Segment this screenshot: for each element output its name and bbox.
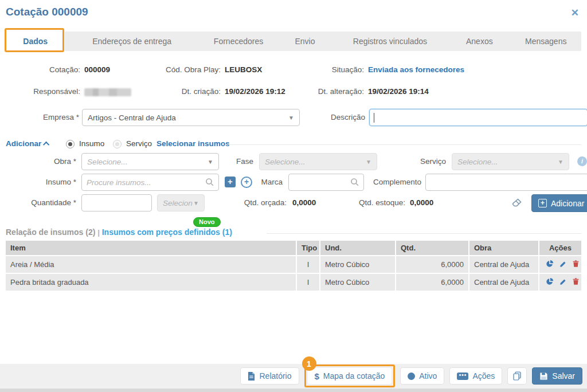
fase-label: Fase (224, 157, 253, 166)
ativo-button[interactable]: Ativo (400, 367, 444, 385)
form-row-insumo: Insumo * + + Marca Complemento (6, 174, 581, 191)
radio-insumo-label: Insumo (79, 139, 104, 148)
cotacao-modal: Cotação 000009 ✕ Dados Endereços de entr… (0, 0, 587, 392)
tab-dados[interactable]: Dados (6, 32, 65, 51)
relacao-insumos-label: Relação de insumos (2) (6, 228, 95, 237)
obra-label: Obra * (6, 157, 76, 166)
form-row-quantidade: Quantidade * Selecione... ▼ Qtd. orçada:… (6, 194, 581, 213)
cell-tipo: I (296, 256, 320, 273)
insumos-table: Item Tipo Und. Qtd. Obra Ações Areia / M… (6, 241, 581, 292)
situacao-value-link[interactable]: Enviada aos fornecedores (368, 65, 464, 74)
delete-icon[interactable] (572, 260, 580, 269)
insumo-search-input[interactable] (81, 174, 219, 191)
col-item: Item (6, 241, 296, 256)
cell-obra: Central de Ajuda (469, 256, 539, 273)
empresa-select[interactable]: Artigos - Central de Ajuda ▼ (82, 109, 300, 126)
divider (226, 144, 581, 145)
annotation-step-badge: 1 (302, 356, 316, 371)
cell-und: Metro Cúbico (320, 273, 396, 291)
info-row-1: Cotação: 000009 Cód. Obra Play: LEUBOSX … (6, 65, 581, 77)
tab-fornecedores[interactable]: Fornecedores (199, 32, 278, 51)
dropdown-caret-icon: ▼ (193, 200, 199, 206)
quantidade-unit-select: Selecione... ▼ (157, 194, 205, 211)
relatorio-label: Relatório (259, 371, 291, 381)
ellipsis-icon: ••• (457, 373, 468, 380)
quantidade-input[interactable] (81, 194, 152, 211)
list-links-row: Relação de insumos (2) | Insumos com pre… (6, 228, 581, 239)
cod-obra-play-value: LEUBOSX (225, 65, 262, 74)
dropdown-caret-icon: ▼ (208, 159, 213, 165)
cell-obra: Central de Ajuda (469, 273, 539, 291)
pie-chart-icon[interactable] (546, 277, 554, 287)
dt-alteracao-label: Dt. alteração: (304, 87, 364, 96)
selecionar-insumos-link[interactable]: Selecionar insumos (156, 139, 230, 148)
close-icon[interactable]: ✕ (571, 7, 579, 19)
dt-criacao-label: Dt. criação: (146, 87, 221, 96)
adicionar-item-label: Adicionar (551, 199, 584, 208)
info-icon[interactable]: i (577, 156, 587, 166)
cod-obra-play-label: Cód. Obra Play: (146, 65, 221, 74)
text-cursor (374, 113, 374, 123)
quantidade-label: Quantidade * (6, 198, 76, 207)
search-icon (205, 178, 214, 187)
quantidade-unit-placeholder: Selecione... (163, 199, 193, 207)
edit-icon[interactable] (559, 260, 567, 269)
pie-chart-icon[interactable] (546, 260, 554, 269)
eraser-icon[interactable] (511, 197, 523, 210)
tab-envio[interactable]: Envio (278, 32, 331, 51)
cell-qtd: 6,0000 (396, 256, 469, 273)
servico-select: Selecione... ▼ (452, 153, 569, 170)
servico-placeholder: Selecione... (457, 158, 498, 166)
table-row: Pedra britada graduada I Metro Cúbico 6,… (6, 273, 581, 291)
page-title: Cotação 000009 (6, 6, 88, 18)
insumo-label: Insumo * (6, 178, 76, 186)
salvar-button[interactable]: Salvar (532, 367, 582, 385)
tab-anexos[interactable]: Anexos (448, 32, 510, 51)
fase-select: Selecione... ▼ (259, 153, 377, 170)
report-icon (248, 372, 255, 381)
marca-search (288, 174, 364, 191)
info-row-2: Responsável: Dt. criação: 19/02/2026 19:… (6, 87, 581, 99)
responsavel-value-redacted (84, 88, 131, 96)
adicionar-item-button[interactable]: + Adicionar (531, 194, 587, 212)
dt-criacao-value: 19/02/2026 19:12 (225, 87, 285, 96)
radio-servico[interactable] (113, 140, 122, 148)
delete-icon[interactable] (572, 277, 580, 287)
acoes-label: Ações (472, 371, 495, 381)
insumo-search (81, 174, 219, 191)
empresa-label: Empresa * (6, 113, 79, 121)
cell-qtd: 6,0000 (396, 273, 469, 291)
tab-mensagens[interactable]: Mensagens (511, 32, 581, 51)
adicionar-toggle[interactable]: Adicionar (6, 139, 49, 148)
acoes-button[interactable]: ••• Ações (449, 367, 502, 385)
edit-icon[interactable] (559, 278, 567, 287)
cell-item: Pedra britada graduada (6, 273, 296, 291)
qtd-orcada-value: 0,0000 (292, 198, 316, 207)
col-obra: Obra (469, 241, 539, 256)
tab-registros-vinculados[interactable]: Registros vinculados (332, 32, 448, 51)
cell-tipo: I (296, 273, 320, 291)
complemento-input[interactable] (425, 174, 587, 191)
tab-bar: Dados Endereços de entrega Fornecedores … (6, 32, 581, 51)
add-insumo-button[interactable]: + (225, 177, 236, 187)
dropdown-caret-icon: ▼ (558, 159, 563, 165)
plus-icon: + (538, 199, 547, 207)
links-separator: | (97, 228, 100, 237)
footer-buttons: Relatório 1 $ Mapa da cotação Ativo ••• … (240, 367, 582, 385)
form-row-obra: Obra * Selecione... ▼ Fase Selecione... … (6, 153, 581, 171)
copy-button[interactable] (507, 367, 527, 385)
radio-insumo[interactable] (66, 140, 75, 148)
descricao-input[interactable] (369, 109, 587, 126)
descricao-label: Descrição (315, 113, 365, 121)
mapa-da-cotacao-button[interactable]: $ Mapa da cotação (307, 367, 393, 385)
obra-select[interactable]: Selecione... ▼ (81, 153, 219, 170)
precos-definidos-link[interactable]: Insumos com preços definidos (1) (102, 228, 232, 237)
chevron-up-icon (43, 142, 49, 148)
tab-enderecos-de-entrega[interactable]: Endereços de entrega (65, 32, 198, 51)
copy-icon (512, 371, 522, 381)
relatorio-button[interactable]: Relatório (240, 367, 299, 385)
status-circle-icon (408, 373, 415, 380)
servico-label: Serviço (407, 157, 446, 166)
cotacao-value: 000009 (84, 65, 110, 74)
radio-servico-label: Serviço (126, 139, 152, 148)
